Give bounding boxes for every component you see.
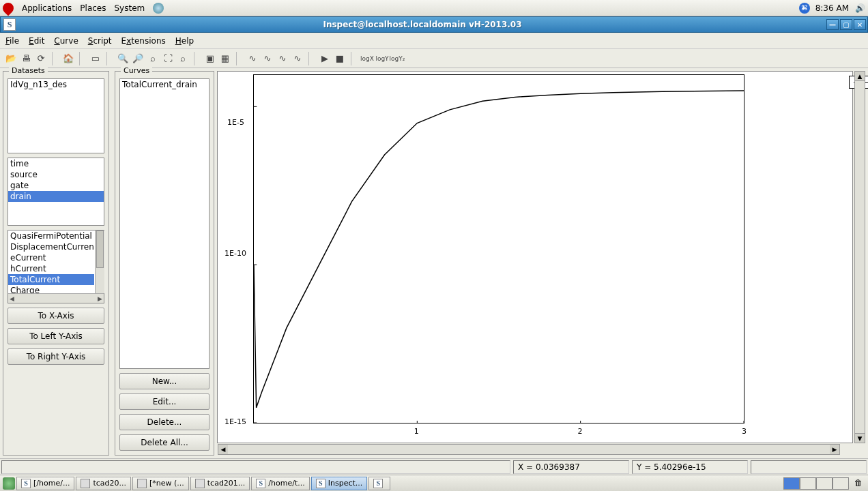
datasets-files-list[interactable]: IdVg_n13_des <box>8 78 104 153</box>
to-right-y-axis-button[interactable]: To Right Y-Axis <box>8 348 104 365</box>
node-item[interactable]: drain <box>8 191 104 202</box>
taskbar-window-button[interactable]: SInspect... <box>311 477 368 490</box>
maximize-button[interactable]: ▢ <box>840 19 852 30</box>
gnome-applications-menu[interactable]: Applications <box>22 3 72 13</box>
statusbar: X = 0.0369387 Y = 5.40296e-15 <box>0 458 868 475</box>
datasets-panel: Datasets IdVg_n13_des timesourcegatedrai… <box>3 71 109 456</box>
menu-file[interactable]: File <box>5 36 19 46</box>
variable-item[interactable]: eCurrent <box>8 252 94 263</box>
taskbar-window-button[interactable]: S <box>368 477 390 490</box>
to-left-y-axis-button[interactable]: To Left Y-Axis <box>8 328 104 344</box>
variable-item[interactable]: QuasiFermiPotential <box>8 230 94 241</box>
delete-curve-button[interactable]: Delete... <box>119 414 209 430</box>
play-icon[interactable]: ▶ <box>318 52 332 65</box>
node-item[interactable]: source <box>8 169 104 180</box>
menu-edit[interactable]: Edit <box>29 36 44 46</box>
select-icon[interactable]: ▭ <box>89 52 102 65</box>
curve-tool-3-icon[interactable]: ∿ <box>276 52 289 65</box>
node-item[interactable]: time <box>8 158 104 169</box>
stop-icon[interactable]: ■ <box>333 52 347 65</box>
vars-hscrollbar[interactable]: ◀▶ <box>8 293 104 303</box>
show-desktop-icon[interactable] <box>3 477 15 490</box>
taskbar-window-label: /home/t... <box>268 479 304 488</box>
dataset-file-item[interactable]: IdVg_n13_des <box>8 79 104 90</box>
menu-help[interactable]: Help <box>175 36 194 46</box>
curves-title: Curves <box>121 66 152 75</box>
redhat-icon <box>1 0 16 16</box>
taskbar-window-label: [*new (... <box>149 479 184 488</box>
toggle-panel-icon[interactable]: ▣ <box>203 52 217 65</box>
variable-item[interactable]: TotalCurrent <box>8 274 94 285</box>
main-area: Datasets IdVg_n13_des timesourcegatedrai… <box>0 68 868 458</box>
workspace-1[interactable] <box>783 477 800 490</box>
clock[interactable]: 8:36 AM <box>815 3 849 13</box>
workspace-switcher[interactable] <box>783 477 849 490</box>
logx-icon[interactable]: logX <box>360 52 374 65</box>
workspace-2[interactable] <box>800 477 816 490</box>
print-icon[interactable]: 🖶 <box>19 52 33 65</box>
gnome-taskbar: S[/home/...tcad20...[*new (...tcad201...… <box>0 475 868 491</box>
taskbar-app-icon <box>81 479 90 488</box>
y-tick-label: 1E-5 <box>227 118 244 127</box>
bluetooth-icon[interactable]: ⌘ <box>799 3 810 14</box>
node-item[interactable]: gate <box>8 180 104 191</box>
gnome-system-menu[interactable]: System <box>114 3 145 13</box>
workspace-4[interactable] <box>833 477 849 490</box>
datasets-nodes-list[interactable]: timesourcegatedrain <box>8 158 104 226</box>
taskbar-window-button[interactable]: tcad20... <box>76 477 131 490</box>
open-icon[interactable]: 📂 <box>4 52 18 65</box>
curves-list[interactable]: TotalCurrent_drain <box>119 78 209 369</box>
zoom-reset-icon[interactable]: ⌕ <box>176 52 190 65</box>
variable-item[interactable]: hCurrent <box>8 263 94 274</box>
datasets-title: Datasets <box>9 66 48 75</box>
plot-hscrollbar[interactable]: ◀▶ <box>218 444 840 455</box>
menu-extensions[interactable]: Extensions <box>121 36 166 46</box>
zoom-in-icon[interactable]: 🔍 <box>116 52 130 65</box>
taskbar-app-icon: S <box>316 479 326 488</box>
curve-tool-4-icon[interactable]: ∿ <box>291 52 304 65</box>
logy2-icon[interactable]: logY₂ <box>390 52 404 65</box>
zoom-fit-icon[interactable]: ⛶ <box>161 52 175 65</box>
plot-frame <box>253 74 744 423</box>
zoom-area-icon[interactable]: ⌕ <box>146 52 160 65</box>
datasets-vars-list[interactable]: QuasiFermiPotentialDisplacementCurreneCu… <box>8 230 104 303</box>
menu-curve[interactable]: Curve <box>54 36 78 46</box>
taskbar-window-button[interactable]: [*new (... <box>132 477 189 490</box>
curve-tool-1-icon[interactable]: ∿ <box>246 52 259 65</box>
vars-vscrollbar[interactable] <box>95 230 104 293</box>
edit-curve-button[interactable]: Edit... <box>119 393 209 410</box>
taskbar-app-icon: S <box>21 479 31 488</box>
window-titlebar[interactable]: S Inspect@localhost.localdomain vH-2013.… <box>0 16 868 33</box>
workspace-3[interactable] <box>816 477 833 490</box>
logy-icon[interactable]: logY <box>375 52 389 65</box>
reload-icon[interactable]: ⟳ <box>34 52 48 65</box>
taskbar-window-label: tcad20... <box>93 479 126 488</box>
plot-canvas[interactable]: TotalCurrent_drain 1E-5 1E-10 1E-15 1 2 … <box>217 71 853 443</box>
minimize-button[interactable]: — <box>826 19 839 30</box>
plot-vscrollbar[interactable]: ▲ ▼ <box>854 71 865 443</box>
menu-script[interactable]: Script <box>88 36 112 46</box>
curve-item[interactable]: TotalCurrent_drain <box>120 79 209 90</box>
volume-icon[interactable]: 🔊 <box>854 3 865 14</box>
taskbar-app-icon <box>137 479 147 488</box>
to-x-axis-button[interactable]: To X-Axis <box>8 308 104 324</box>
taskbar-window-button[interactable]: tcad201... <box>190 477 250 490</box>
delete-all-curves-button[interactable]: Delete All... <box>119 434 209 451</box>
curve-tool-2-icon[interactable]: ∿ <box>261 52 274 65</box>
status-y: Y = 5.40296e-15 <box>632 460 748 474</box>
variable-item[interactable]: DisplacementCurren <box>8 241 94 252</box>
app-icon: S <box>3 18 16 31</box>
browser-launcher-icon[interactable] <box>153 3 164 14</box>
gnome-places-menu[interactable]: Places <box>80 3 106 13</box>
toolbar: 📂 🖶 ⟳ 🏠 ▭ 🔍 🔎 ⌕ ⛶ ⌕ ▣ ▦ ∿ ∿ ∿ ∿ ▶ ■ logX… <box>0 49 868 68</box>
toggle-grid-icon[interactable]: ▦ <box>218 52 232 65</box>
y-tick-label: 1E-10 <box>225 249 246 258</box>
zoom-out-icon[interactable]: 🔎 <box>131 52 145 65</box>
close-button[interactable]: ✕ <box>854 19 866 30</box>
taskbar-window-button[interactable]: S[/home/... <box>16 477 74 490</box>
new-curve-button[interactable]: New... <box>119 373 209 389</box>
home-icon[interactable]: 🏠 <box>61 52 75 65</box>
x-tick-label: 2 <box>578 427 583 436</box>
taskbar-window-button[interactable]: S/home/t... <box>251 477 309 490</box>
trash-icon[interactable]: 🗑 <box>854 478 865 489</box>
